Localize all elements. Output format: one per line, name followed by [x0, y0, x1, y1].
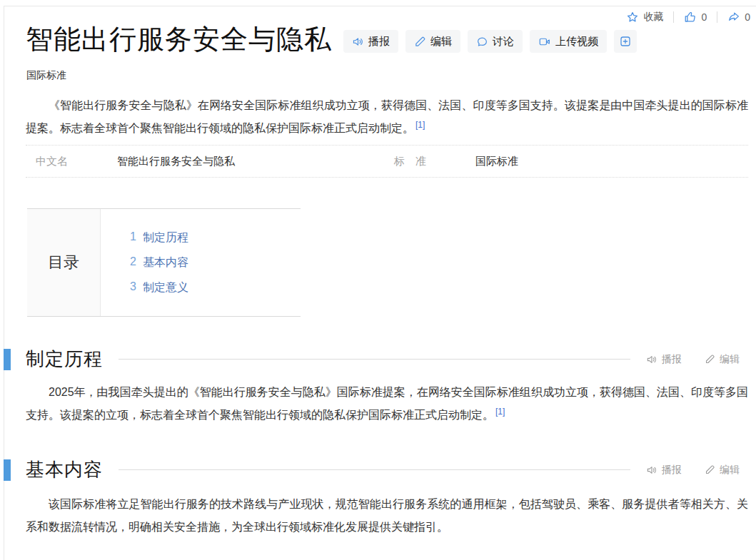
info-value: 国际标准: [475, 155, 518, 168]
table-of-contents: 目录 1 制定历程 2 基本内容 3 制定意义: [27, 208, 301, 317]
broadcast-button[interactable]: 播报: [343, 30, 398, 53]
toc-item-label: 基本内容: [143, 255, 188, 270]
top-actions-bar: 收藏 0 0: [626, 11, 750, 24]
section-edit-label: 编辑: [720, 353, 740, 366]
pencil-icon: [705, 464, 715, 475]
section-marker-bar: [4, 349, 11, 370]
pencil-icon: [705, 354, 715, 365]
edit-button[interactable]: 编辑: [405, 30, 460, 53]
section-title: 制定历程: [26, 347, 103, 372]
toc-item-number: 2: [130, 255, 136, 270]
upload-video-button[interactable]: 上传视频: [530, 30, 607, 53]
thumbs-up-icon: [684, 11, 697, 24]
divider: [717, 11, 717, 23]
section-content-paragraph: 该国际标准将立足智能出行服务的技术路线与产业现状，规范智能出行服务系统的通用框架…: [26, 493, 748, 539]
add-to-collection-button[interactable]: [614, 30, 637, 53]
toc-item-3[interactable]: 3 制定意义: [130, 280, 301, 295]
share-button[interactable]: 0: [727, 11, 750, 24]
share-icon: [727, 11, 740, 24]
section-header-history: 制定历程 播报 编辑: [4, 347, 756, 372]
pencil-icon: [414, 36, 426, 48]
section-history-paragraph: 2025年，由我国牵头提出的《智能出行服务安全与隐私》国际标准提案，在网络安全国…: [26, 381, 748, 427]
toc-item-number: 1: [130, 230, 136, 245]
section-header-content: 基本内容 播报 编辑: [4, 457, 756, 482]
discuss-button[interactable]: 讨论: [468, 30, 523, 53]
title-action-buttons: 播报 编辑 讨论 上传视频: [343, 30, 637, 53]
section-broadcast-button[interactable]: 播报: [646, 464, 682, 477]
divider: [673, 11, 674, 23]
section-history-text: 2025年，由我国牵头提出的《智能出行服务安全与隐私》国际标准提案，在网络安全国…: [26, 386, 748, 421]
basic-info-table: 中文名 智能出行服务安全与隐私 标 准 国际标准: [26, 145, 748, 178]
section-divider-line: [119, 469, 630, 470]
page-title: 智能出行服务安全与隐私: [26, 24, 332, 56]
info-value: 智能出行服务安全与隐私: [117, 155, 235, 168]
like-button[interactable]: 0: [684, 11, 707, 24]
page-subtitle: 国际标准: [26, 69, 66, 82]
broadcast-label: 播报: [368, 35, 390, 49]
section-broadcast-button[interactable]: 播报: [646, 353, 682, 366]
reference-link[interactable]: [1]: [415, 120, 425, 130]
share-count: 0: [745, 11, 750, 23]
info-row-standard: 标 准 国际标准: [388, 155, 518, 168]
video-camera-icon: [538, 36, 551, 48]
toc-title: 目录: [27, 209, 101, 316]
section-edit-button[interactable]: 编辑: [705, 353, 740, 366]
section-actions: 播报 编辑: [646, 464, 740, 477]
speaker-icon: [352, 36, 364, 48]
toc-item-2[interactable]: 2 基本内容: [130, 255, 301, 270]
info-row-chinese-name: 中文名 智能出行服务安全与隐私: [26, 155, 388, 168]
speaker-icon: [646, 354, 657, 365]
plus-square-icon: [619, 35, 632, 48]
title-row: 智能出行服务安全与隐私 播报 编辑 讨论: [26, 24, 637, 56]
section-title: 基本内容: [26, 457, 103, 482]
summary-text: 《智能出行服务安全与隐私》在网络安全国际标准组织成功立项，获得德国、法国、印度等…: [26, 99, 748, 134]
section-broadcast-label: 播报: [662, 353, 682, 366]
toc-item-number: 3: [130, 280, 136, 295]
star-icon: [626, 11, 639, 24]
section-actions: 播报 编辑: [646, 353, 740, 366]
section-broadcast-label: 播报: [662, 464, 682, 477]
favorite-label: 收藏: [643, 11, 663, 24]
toc-item-label: 制定意义: [143, 280, 188, 295]
edit-label: 编辑: [430, 35, 452, 49]
discuss-label: 讨论: [493, 35, 514, 49]
summary-paragraph: 《智能出行服务安全与隐私》在网络安全国际标准组织成功立项，获得德国、法国、印度等…: [26, 94, 748, 140]
section-edit-label: 编辑: [720, 464, 740, 477]
reference-link[interactable]: [1]: [495, 407, 505, 417]
section-edit-button[interactable]: 编辑: [705, 464, 740, 477]
toc-item-label: 制定历程: [143, 230, 188, 245]
like-count: 0: [701, 11, 707, 23]
section-marker-bar: [4, 459, 11, 481]
toc-list: 1 制定历程 2 基本内容 3 制定意义: [101, 209, 301, 316]
article-page: 收藏 0 0 智能出行服务安全与隐私 播报: [4, 6, 756, 560]
speaker-icon: [646, 464, 657, 476]
info-label: 中文名: [36, 155, 117, 168]
upload-video-label: 上传视频: [555, 35, 598, 49]
favorite-button[interactable]: 收藏: [626, 11, 663, 24]
section-divider-line: [119, 359, 630, 360]
section-content-text: 该国际标准将立足智能出行服务的技术路线与产业现状，规范智能出行服务系统的通用框架…: [26, 498, 748, 533]
toc-item-1[interactable]: 1 制定历程: [130, 230, 301, 245]
chat-bubble-icon: [476, 36, 488, 48]
info-label: 标 准: [394, 155, 475, 168]
